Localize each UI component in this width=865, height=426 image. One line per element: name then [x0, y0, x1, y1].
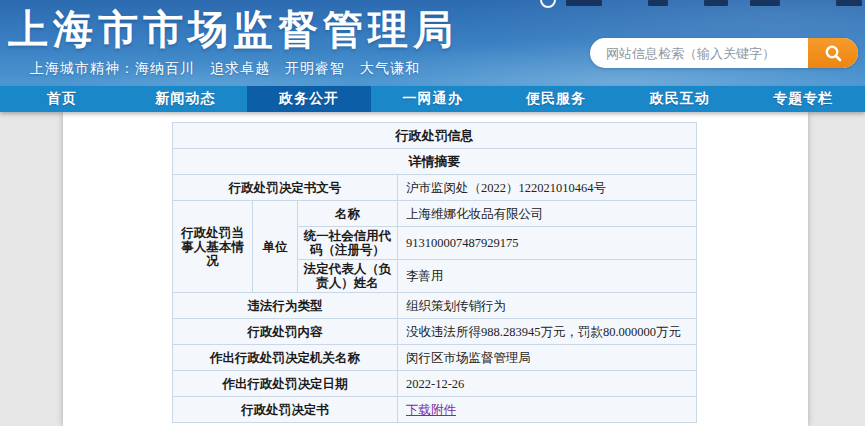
decision-doc-value: 下载附件 [398, 397, 697, 423]
penalty-content-label: 行政处罚内容 [173, 319, 398, 345]
content-panel: 行政处罚信息 详情摘要 行政处罚决定书文号 沪市监闵处（2022）1220210… [63, 112, 808, 426]
table-row: 行政处罚决定书文号 沪市监闵处（2022）122021010464号 [173, 175, 697, 201]
search-box [590, 38, 858, 68]
table-row: 作出行政处罚决定日期 2022-12-26 [173, 371, 697, 397]
table-row: 作出行政处罚决定机关名称 闵行区市场监督管理局 [173, 345, 697, 371]
party-name-value: 上海维娜化妆品有限公司 [398, 201, 697, 227]
utility-link-fragment [750, 0, 780, 6]
table-row: 违法行为类型 组织策划传销行为 [173, 293, 697, 319]
table-row: 详情摘要 [173, 149, 697, 175]
utility-circle-icon [540, 0, 556, 8]
search-input[interactable] [590, 38, 808, 68]
nav-item-services[interactable]: 便民服务 [494, 86, 618, 112]
utility-link-fragment [648, 0, 668, 6]
nav-item-interaction[interactable]: 政民互动 [618, 86, 742, 112]
utility-link-fragment [836, 0, 862, 6]
decision-date-label: 作出行政处罚决定日期 [173, 371, 398, 397]
nav-item-home[interactable]: 首页 [0, 86, 124, 112]
legal-rep-label: 法定代表人（负责人）姓名 [298, 260, 398, 293]
nav-item-gov-affairs[interactable]: 政务公开 [247, 86, 371, 112]
credit-code-value: 913100007487929175 [398, 227, 697, 260]
main-nav: 首页 新闻动态 政务公开 一网通办 便民服务 政民互动 专题专栏 [0, 86, 865, 112]
doc-no-label: 行政处罚决定书文号 [173, 175, 398, 201]
nav-item-topics[interactable]: 专题专栏 [741, 86, 865, 112]
legal-rep-value: 李善用 [398, 260, 697, 293]
authority-value: 闵行区市场监督管理局 [398, 345, 697, 371]
table-title: 行政处罚信息 [173, 123, 697, 149]
nav-item-one-stop[interactable]: 一网通办 [371, 86, 495, 112]
city-motto: 上海城市精神：海纳百川 追求卓越 开明睿智 大气谦和 [30, 60, 420, 78]
party-name-label: 名称 [298, 201, 398, 227]
nav-item-news[interactable]: 新闻动态 [124, 86, 248, 112]
violation-type-value: 组织策划传销行为 [398, 293, 697, 319]
table-row: 行政处罚当事人基本情况 单位 名称 上海维娜化妆品有限公司 [173, 201, 697, 227]
credit-code-label: 统一社会信用代码（注册号） [298, 227, 398, 260]
utility-link-fragment [704, 0, 728, 6]
violation-type-label: 违法行为类型 [173, 293, 398, 319]
table-row: 行政处罚内容 没收违法所得988.283945万元，罚款80.000000万元 [173, 319, 697, 345]
penalty-table: 行政处罚信息 详情摘要 行政处罚决定书文号 沪市监闵处（2022）1220210… [172, 122, 697, 423]
utility-link-fragment [566, 0, 602, 6]
party-unit-label: 单位 [253, 201, 298, 293]
decision-date-value: 2022-12-26 [398, 371, 697, 397]
decision-doc-label: 行政处罚决定书 [173, 397, 398, 423]
search-icon [823, 43, 843, 63]
site-header: 上海市市场监督管理局 上海城市精神：海纳百川 追求卓越 开明睿智 大气谦和 [0, 0, 865, 86]
penalty-content-value: 没收违法所得988.283945万元，罚款80.000000万元 [398, 319, 697, 345]
table-row: 行政处罚信息 [173, 123, 697, 149]
download-attachment-link[interactable]: 下载附件 [406, 403, 456, 417]
authority-label: 作出行政处罚决定机关名称 [173, 345, 398, 371]
site-title: 上海市市场监督管理局 [8, 2, 458, 57]
doc-no-value: 沪市监闵处（2022）122021010464号 [398, 175, 697, 201]
table-row: 行政处罚决定书 下载附件 [173, 397, 697, 423]
table-subtitle: 详情摘要 [173, 149, 697, 175]
party-section-label: 行政处罚当事人基本情况 [173, 201, 253, 293]
search-button[interactable] [808, 38, 858, 68]
